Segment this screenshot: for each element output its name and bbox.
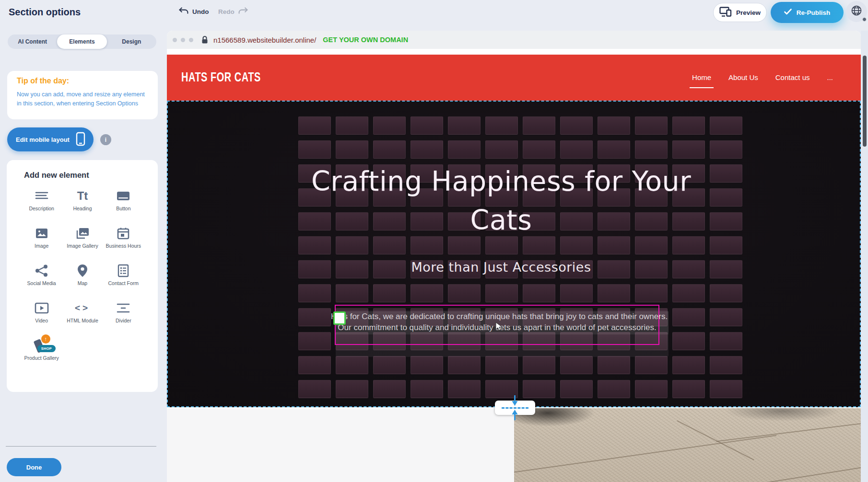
undo-icon — [178, 7, 189, 16]
element-label: Divider — [116, 317, 131, 324]
phone-icon — [75, 132, 86, 148]
element-html-module[interactable]: <>HTML Module — [62, 300, 103, 331]
element-label: Image — [35, 242, 48, 249]
element-label: Video — [35, 317, 48, 324]
hero-tile — [710, 116, 742, 135]
element-product-gallery[interactable]: ↑SHOPProduct Gallery — [21, 337, 62, 368]
hero-tile — [710, 164, 742, 183]
hero-tile — [448, 380, 481, 398]
element-heading[interactable]: TtHeading — [62, 188, 103, 218]
nav-contact-us[interactable]: Contact us — [775, 73, 810, 82]
undo-label: Undo — [192, 8, 209, 15]
get-domain-link[interactable]: GET YOUR OWN DOMAIN — [323, 36, 408, 44]
hero-tile — [710, 380, 742, 398]
site-nav: HomeAbout UsContact us... — [692, 55, 833, 101]
element-image[interactable]: Image — [21, 225, 62, 256]
hero-tile — [672, 308, 705, 326]
hero-tile — [635, 380, 668, 398]
hero-tile — [373, 116, 406, 135]
site-header[interactable]: HATS FOR CATS HomeAbout UsContact us... — [167, 55, 861, 101]
element-grid: DescriptionTtHeadingButtonImageImage Gal… — [21, 188, 144, 368]
edit-mobile-layout-button[interactable]: Edit mobile layout — [7, 127, 94, 151]
hero-tile — [672, 140, 705, 159]
hero-tile — [672, 380, 705, 398]
republish-label: Re-Publish — [797, 9, 831, 16]
hero-tile — [598, 356, 630, 374]
nav-more[interactable]: ... — [827, 73, 833, 82]
element-label: Description — [29, 205, 54, 212]
preview-button[interactable]: Preview — [713, 3, 767, 22]
element-image-gallery[interactable]: Image Gallery — [62, 225, 103, 256]
hero-tile — [598, 380, 630, 398]
element-divider[interactable]: Divider — [103, 300, 144, 331]
social-media-icon — [35, 263, 48, 279]
hero-tile — [560, 140, 593, 159]
next-section-background — [167, 408, 514, 482]
hero-tile — [523, 380, 555, 398]
tab-elements[interactable]: Elements — [57, 34, 106, 49]
add-element-panel: Add new element DescriptionTtHeadingButt… — [7, 160, 158, 392]
element-label: Button — [116, 205, 130, 212]
hero-tile — [523, 140, 555, 159]
element-video[interactable]: Video — [21, 300, 62, 331]
lock-icon — [201, 35, 209, 44]
hero-tile — [485, 116, 518, 135]
image-gallery-icon — [75, 225, 90, 241]
browser-dots — [173, 38, 193, 42]
hero-tile — [485, 356, 518, 374]
hero-tile — [672, 356, 705, 374]
hero-tile — [336, 140, 368, 159]
hero-tile — [373, 356, 406, 374]
redo-button[interactable]: Redo — [218, 7, 248, 16]
hero-tile — [672, 116, 705, 135]
edit-mobile-layout-label: Edit mobile layout — [16, 136, 70, 143]
next-section-image — [514, 408, 861, 482]
element-contact-form[interactable]: Contact Form — [103, 263, 144, 293]
heading-icon: Tt — [77, 188, 88, 204]
hero-tile — [710, 260, 742, 278]
tab-design[interactable]: Design — [107, 34, 156, 49]
element-resize-handle[interactable] — [333, 311, 346, 325]
element-business-hours[interactable]: Business Hours — [103, 225, 144, 256]
html-module-icon: <> — [75, 300, 90, 316]
hero-tile — [710, 308, 742, 326]
browser-url-bar: n1566589.websitebuilder.online/ GET YOUR… — [167, 31, 861, 49]
hero-tile — [710, 188, 742, 207]
floor-seam — [514, 435, 776, 475]
hero-heading[interactable]: Crafting Happiness for Your Cats — [288, 162, 715, 240]
element-social-media[interactable]: Social Media — [21, 263, 62, 293]
hero-tile — [560, 380, 593, 398]
hero-tile — [598, 116, 630, 135]
hero-tile — [710, 140, 742, 159]
hero-tile — [373, 284, 406, 302]
mouse-cursor — [495, 322, 503, 333]
hero-tile — [523, 116, 555, 135]
hero-section[interactable]: Crafting Happiness for Your Cats More th… — [167, 101, 861, 407]
undo-button[interactable]: Undo — [178, 7, 209, 16]
hero-tile — [411, 140, 443, 159]
info-icon[interactable]: i — [100, 134, 111, 145]
element-map[interactable]: Map — [62, 263, 103, 293]
app-root: Section options AI ContentElementsDesign… — [0, 0, 868, 482]
hero-subheading[interactable]: More than Just Accessories — [288, 260, 715, 275]
tip-card: Tip of the day: Now you can add, move an… — [7, 71, 158, 119]
republish-button[interactable]: Re-Publish — [771, 2, 844, 23]
nav-home[interactable]: Home — [692, 73, 711, 82]
tab-ai-content[interactable]: AI Content — [8, 34, 57, 49]
hero-tile — [448, 140, 481, 159]
button-icon — [116, 188, 130, 204]
done-button[interactable]: Done — [7, 458, 61, 476]
video-icon — [35, 300, 49, 316]
business-hours-icon — [117, 225, 130, 241]
hero-tile — [635, 140, 668, 159]
hero-tile — [485, 284, 518, 302]
hero-tile — [373, 380, 406, 398]
hero-tile — [560, 284, 593, 302]
nav-about-us[interactable]: About Us — [728, 73, 758, 82]
element-description[interactable]: Description — [21, 188, 62, 218]
hero-tile — [298, 380, 331, 398]
element-button[interactable]: Button — [103, 188, 144, 218]
scrollbar-thumb[interactable] — [863, 56, 867, 147]
divider-icon — [116, 300, 130, 316]
globe-icon — [851, 5, 862, 18]
